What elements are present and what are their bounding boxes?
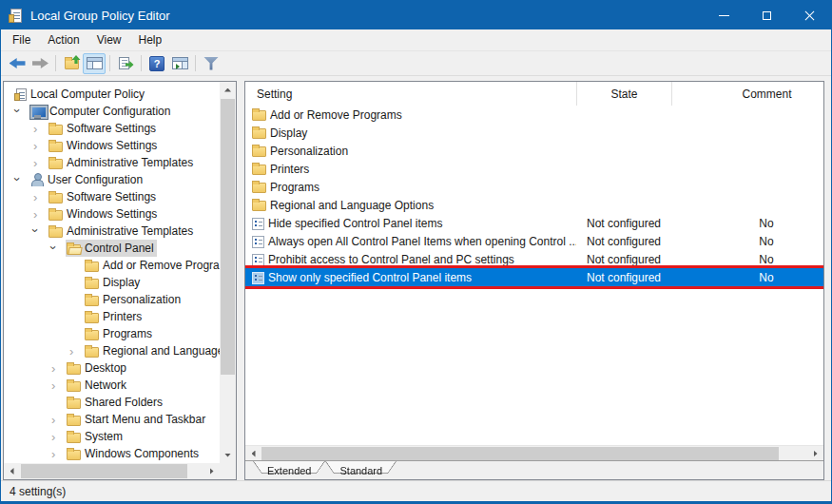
tree-item-windows-settings[interactable]: Windows Settings — [4, 137, 220, 154]
list-row-regional-and-language-options[interactable]: Regional and Language Options — [245, 196, 823, 214]
tree-item-personalization[interactable]: Personalization — [4, 291, 220, 308]
chevron-collapsed-icon[interactable] — [33, 191, 48, 204]
show-hide-action-pane-button[interactable] — [168, 53, 191, 74]
close-button[interactable] — [788, 1, 831, 29]
chevron-collapsed-icon[interactable] — [51, 431, 66, 443]
tree-view: Local Computer Policy Computer Configura… — [4, 82, 220, 463]
menu-file[interactable]: File — [4, 31, 39, 48]
up-one-level-button[interactable] — [60, 53, 83, 74]
tree-item-start-menu-and-taskbar[interactable]: Start Menu and Taskbar — [4, 411, 220, 428]
folder-icon — [85, 347, 99, 358]
list-row-hide-specified-control-panel-items[interactable]: Hide specified Control Panel items Not c… — [245, 214, 823, 232]
help-button[interactable] — [145, 53, 168, 74]
chevron-placeholder — [51, 397, 66, 409]
chevron-collapsed-icon[interactable] — [69, 345, 84, 358]
tree-item-windows-settings-user[interactable]: Windows Settings — [4, 205, 220, 223]
minimize-icon — [719, 15, 729, 16]
tree-item-desktop[interactable]: Desktop — [4, 359, 220, 377]
chevron-collapsed-icon[interactable] — [33, 140, 48, 152]
title-bar: Local Group Policy Editor — [1, 1, 831, 29]
tree-item-system[interactable]: System — [4, 428, 220, 445]
scrollbar-thumb[interactable] — [21, 464, 187, 478]
list-horizontal-scrollbar[interactable] — [245, 445, 823, 460]
tree-item-shared-folders[interactable]: Shared Folders — [4, 394, 220, 411]
back-button[interactable] — [6, 53, 29, 74]
scrollbar-thumb[interactable] — [261, 447, 779, 460]
tree-item-add-or-remove-programs[interactable]: Add or Remove Programs — [4, 257, 220, 274]
local-group-policy-editor-window: Local Group Policy Editor File Action Vi… — [0, 0, 832, 504]
tree-item-software-settings[interactable]: Software Settings — [4, 120, 220, 137]
chevron-collapsed-icon[interactable] — [33, 208, 48, 221]
list-row-always-open-all-control-panel-items[interactable]: Always open All Control Panel Items when… — [245, 232, 823, 250]
menu-view[interactable]: View — [88, 31, 130, 48]
chevron-expanded-icon[interactable] — [15, 174, 29, 186]
window-title: Local Group Policy Editor — [30, 9, 170, 23]
tree-item-software-settings-user[interactable]: Software Settings — [4, 188, 220, 205]
scroll-up-button[interactable] — [220, 82, 236, 98]
tree-item-windows-components[interactable]: Windows Components — [4, 445, 220, 462]
forward-button[interactable] — [29, 53, 51, 74]
folder-icon — [67, 398, 81, 409]
show-hide-console-tree-button[interactable] — [83, 53, 106, 74]
folder-icon — [85, 330, 99, 340]
arrow-left-icon — [252, 451, 256, 457]
folder-icon — [48, 227, 63, 238]
tree-item-administrative-templates[interactable]: Administrative Templates — [4, 154, 220, 171]
tree-item-regional-and-language-options[interactable]: Regional and Language Options — [4, 342, 220, 359]
list-header: Setting State Comment — [245, 82, 823, 106]
scroll-right-button[interactable] — [807, 446, 823, 461]
maximize-button[interactable] — [745, 1, 788, 29]
chevron-expanded-icon[interactable] — [51, 242, 66, 255]
chevron-collapsed-icon[interactable] — [33, 123, 48, 135]
tree-item-control-panel[interactable]: Control Panel — [4, 240, 220, 257]
settings-list-pane: Setting State Comment Add or Remove Prog… — [244, 81, 824, 480]
chevron-expanded-icon[interactable] — [33, 225, 48, 238]
chevron-collapsed-icon[interactable] — [51, 448, 66, 460]
scrollbar-thumb[interactable] — [221, 99, 235, 375]
column-header-state[interactable]: State — [576, 82, 671, 106]
scroll-right-button[interactable] — [203, 463, 220, 479]
chevron-collapsed-icon[interactable] — [51, 362, 66, 375]
list-row-programs[interactable]: Programs — [245, 178, 823, 196]
tree-item-programs[interactable]: Programs — [4, 325, 220, 342]
list-row-prohibit-access-to-control-panel[interactable]: Prohibit access to Control Panel and PC … — [245, 250, 823, 268]
maximize-icon — [763, 11, 771, 20]
list-row-printers[interactable]: Printers — [245, 160, 823, 178]
folder-icon — [48, 193, 63, 204]
help-icon — [149, 56, 164, 71]
arrow-right-icon — [210, 468, 214, 475]
tab-extended[interactable]: Extended — [253, 461, 325, 479]
tab-standard[interactable]: Standard — [325, 461, 397, 479]
folder-icon — [252, 146, 266, 157]
list-row-personalization[interactable]: Personalization — [245, 142, 823, 160]
scroll-down-button[interactable] — [220, 447, 236, 463]
chevron-collapsed-icon[interactable] — [33, 157, 48, 169]
tree-item-local-computer-policy[interactable]: Local Computer Policy — [4, 86, 220, 103]
tree-item-display[interactable]: Display — [4, 274, 220, 291]
column-header-comment[interactable]: Comment — [671, 82, 823, 106]
menu-action[interactable]: Action — [39, 31, 87, 48]
scroll-left-button[interactable] — [245, 446, 261, 461]
tree-item-network[interactable]: Network — [4, 377, 220, 394]
list-row-show-only-specified-control-panel-items-selected[interactable]: Show only specified Control Panel items … — [245, 268, 823, 286]
menu-help[interactable]: Help — [130, 31, 171, 48]
column-header-setting[interactable]: Setting — [245, 82, 576, 106]
filter-button[interactable] — [200, 53, 223, 74]
policy-scroll-icon — [16, 88, 27, 101]
tree-item-printers[interactable]: Printers — [4, 308, 220, 325]
chevron-collapsed-icon[interactable] — [51, 379, 66, 392]
tree-horizontal-scrollbar[interactable] — [4, 463, 220, 479]
scroll-left-button[interactable] — [4, 463, 20, 479]
chevron-collapsed-icon[interactable] — [51, 414, 66, 426]
chevron-placeholder — [69, 328, 84, 340]
folder-icon — [252, 201, 266, 211]
list-row-add-or-remove-programs[interactable]: Add or Remove Programs — [245, 106, 823, 124]
tree-item-administrative-templates-user[interactable]: Administrative Templates — [4, 223, 220, 240]
tree-vertical-scrollbar[interactable] — [220, 82, 236, 463]
export-list-button[interactable] — [114, 53, 137, 74]
minimize-button[interactable] — [703, 1, 745, 29]
tree-item-user-configuration[interactable]: User Configuration — [4, 171, 220, 188]
tree-item-computer-configuration[interactable]: Computer Configuration — [4, 103, 220, 120]
chevron-expanded-icon[interactable] — [15, 106, 29, 118]
list-row-display[interactable]: Display — [245, 124, 823, 142]
